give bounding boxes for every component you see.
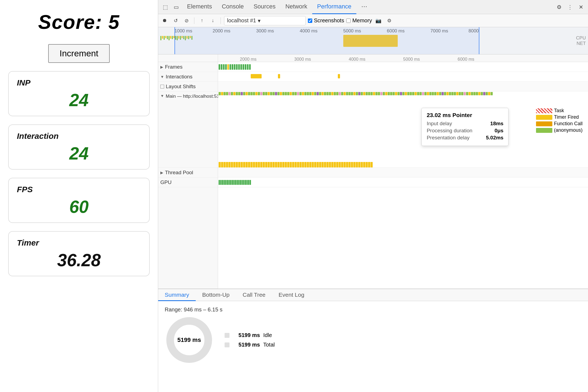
bottom-tab-call-tree[interactable]: Call Tree bbox=[236, 289, 272, 301]
tab-console[interactable]: Console bbox=[217, 0, 249, 14]
legend-function-swatch bbox=[536, 121, 552, 126]
legend-task: Task bbox=[536, 108, 583, 114]
close-devtools-btn[interactable]: ✕ bbox=[576, 2, 586, 12]
upload-btn[interactable]: ↑ bbox=[198, 16, 206, 25]
tooltip-time: 23.02 ms bbox=[427, 112, 451, 118]
memory-checkbox-label[interactable]: Memory bbox=[346, 17, 372, 24]
range-text: Range: 946 ms – 6.15 s bbox=[165, 307, 581, 313]
timeline-ruler-detail: 2000 ms 3000 ms 4000 ms 5000 ms 6000 ms bbox=[218, 54, 588, 62]
timer-label: Timer bbox=[17, 238, 141, 247]
download-btn[interactable]: ↓ bbox=[209, 16, 217, 25]
tooltip-presentation-label: Presentation delay bbox=[427, 135, 469, 141]
legend-timer-swatch bbox=[536, 115, 552, 120]
settings-toolbar-btn[interactable]: ⚙ bbox=[385, 16, 394, 25]
toolbar-separator-2 bbox=[220, 17, 221, 24]
bottom-tabs: Summary Bottom-Up Call Tree Event Log bbox=[158, 289, 588, 301]
record-btn[interactable]: ⏺ bbox=[160, 16, 169, 25]
refresh-btn[interactable]: ↺ bbox=[171, 16, 180, 25]
left-panel: Score: 5 Increment INP 24 Interaction 24… bbox=[0, 0, 158, 392]
url-box: localhost #1 ▾ bbox=[224, 16, 306, 25]
bottom-tab-event-log[interactable]: Event Log bbox=[272, 289, 311, 301]
timer-card: Timer 36.28 bbox=[8, 231, 150, 276]
detail-ruler-4000: 4000 ms bbox=[349, 57, 365, 62]
tab-more[interactable]: ⋯ bbox=[356, 0, 372, 14]
summary-legend: 5199 ms Idle 5199 ms Total bbox=[225, 332, 275, 348]
legend-anonymous-label: (anonymous) bbox=[554, 127, 583, 133]
tab-performance[interactable]: Performance bbox=[312, 0, 356, 14]
tooltip-processing-label: Processing duration bbox=[427, 128, 472, 134]
tl-label-interactions: ▼ Interactions bbox=[158, 72, 218, 82]
tl-ruler-spacer bbox=[158, 54, 218, 62]
inspect-icon-btn[interactable]: ⬚ bbox=[160, 2, 170, 12]
legend-timer-label: Timer Fired bbox=[554, 114, 579, 120]
detail-ruler-3000: 3000 ms bbox=[294, 57, 311, 62]
devtools-header: ⬚ ▭ Elements Console Sources Network Per… bbox=[158, 0, 588, 14]
tl-label-gpu: GPU bbox=[158, 177, 218, 187]
detail-ruler-6000: 6000 ms bbox=[458, 57, 474, 62]
url-text: localhost #1 bbox=[227, 17, 256, 24]
gpu-label: GPU bbox=[160, 179, 171, 185]
score-title: Score: 5 bbox=[38, 11, 120, 33]
settings-icon-btn[interactable]: ⚙ bbox=[554, 2, 564, 12]
tooltip-input-delay-val: 18ms bbox=[490, 121, 504, 127]
tl-label-main: ▼ Main — http://localhost:5173/understan… bbox=[158, 91, 218, 168]
devtools-bottom: Summary Bottom-Up Call Tree Event Log Ra… bbox=[158, 289, 588, 392]
memory-label: Memory bbox=[352, 17, 372, 24]
main-arrow[interactable]: ▼ bbox=[160, 94, 164, 98]
tab-network[interactable]: Network bbox=[280, 0, 312, 14]
frames-track bbox=[218, 62, 588, 72]
detail-ruler-2000: 2000 ms bbox=[240, 57, 256, 62]
screenshots-checkbox-label[interactable]: Screenshots bbox=[308, 17, 344, 24]
url-dropdown-icon[interactable]: ▾ bbox=[258, 17, 261, 24]
timeline-legend: Task Timer Fired Function Call (anonymou… bbox=[536, 108, 583, 133]
tooltip-presentation-val: 5.02ms bbox=[486, 135, 503, 141]
increment-button[interactable]: Increment bbox=[48, 44, 110, 63]
summary-body: 5199 ms 5199 ms Idle 5199 ms Total bbox=[165, 316, 581, 365]
fps-value: 60 bbox=[17, 197, 141, 217]
summary-total-row: 5199 ms Total bbox=[225, 342, 275, 348]
idle-value: 5199 ms bbox=[233, 332, 260, 338]
interaction-value: 24 bbox=[17, 143, 141, 164]
devtools-toolbar: ⏺ ↺ ⊘ ↑ ↓ localhost #1 ▾ Screenshots Mem… bbox=[158, 14, 588, 27]
thread-pool-arrow[interactable]: ▶ bbox=[160, 170, 163, 175]
more-options-icon-btn[interactable]: ⋮ bbox=[565, 2, 575, 12]
memory-checkbox[interactable] bbox=[346, 19, 351, 23]
tooltip-input-delay-label: Input delay bbox=[427, 121, 452, 127]
frames-label: Frames bbox=[165, 64, 182, 70]
interaction-bar-3 bbox=[338, 74, 340, 78]
legend-function-call: Function Call bbox=[536, 121, 583, 127]
bottom-tab-summary[interactable]: Summary bbox=[158, 289, 196, 301]
legend-task-label: Task bbox=[554, 108, 564, 114]
inp-label: INP bbox=[17, 78, 141, 87]
detail-ruler-5000: 5000 ms bbox=[403, 57, 420, 62]
interactions-arrow[interactable]: ▼ bbox=[160, 75, 164, 79]
inp-value: 24 bbox=[17, 90, 141, 110]
tooltip-processing-val: 0μs bbox=[495, 128, 504, 134]
device-icon-btn[interactable]: ▭ bbox=[171, 2, 181, 12]
timer-value: 36.28 bbox=[17, 250, 141, 270]
legend-timer-fired: Timer Fired bbox=[536, 114, 583, 120]
thread-pool-label: Thread Pool bbox=[165, 170, 193, 176]
layout-shifts-checkbox[interactable] bbox=[160, 85, 164, 88]
performance-tooltip: 23.02 ms Pointer Input delay 18ms Proces… bbox=[421, 108, 509, 146]
frames-arrow[interactable]: ▶ bbox=[160, 65, 163, 69]
bottom-tab-bottom-up[interactable]: Bottom-Up bbox=[196, 289, 236, 301]
legend-task-swatch bbox=[536, 108, 552, 113]
capture-screenshot-btn[interactable]: 📷 bbox=[374, 16, 383, 25]
tooltip-processing: Processing duration 0μs bbox=[427, 128, 503, 134]
main-track: 23.02 ms Pointer Input delay 18ms Proces… bbox=[218, 91, 588, 168]
tooltip-input-delay: Input delay 18ms bbox=[427, 121, 503, 127]
total-label: Total bbox=[263, 342, 275, 348]
donut-center-label: 5199 ms bbox=[177, 336, 201, 344]
interaction-card: Interaction 24 bbox=[8, 124, 150, 170]
gpu-track bbox=[218, 177, 588, 187]
screenshots-checkbox[interactable] bbox=[308, 19, 312, 23]
inp-card: INP 24 bbox=[8, 71, 150, 116]
tab-elements[interactable]: Elements bbox=[182, 0, 217, 14]
legend-anonymous-swatch bbox=[536, 128, 552, 133]
bottom-content: Range: 946 ms – 6.15 s 5199 ms 5199 ms I… bbox=[158, 301, 588, 392]
toolbar-separator-1 bbox=[194, 17, 194, 24]
idle-swatch bbox=[225, 333, 229, 338]
clear-btn[interactable]: ⊘ bbox=[182, 16, 191, 25]
tab-sources[interactable]: Sources bbox=[249, 0, 280, 14]
